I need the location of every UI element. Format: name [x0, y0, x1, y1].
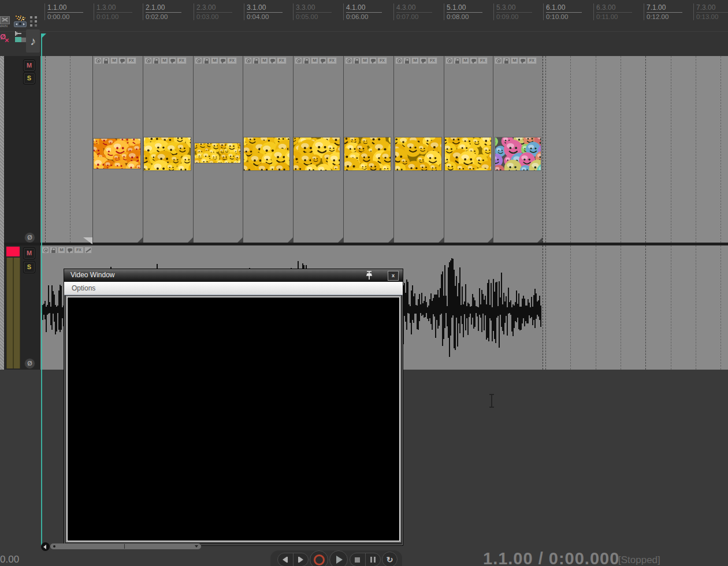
mute-icon[interactable]: M	[411, 57, 419, 64]
comment-icon[interactable]	[169, 57, 176, 64]
video-thumbnail[interactable]	[344, 137, 391, 170]
fx-icon[interactable]: FX	[478, 57, 488, 64]
audio-track-header[interactable]: M S Ø	[4, 245, 40, 370]
pan-crop-icon[interactable]	[195, 57, 202, 64]
pin-icon[interactable]	[366, 271, 373, 280]
video-thumbnail[interactable]	[195, 143, 240, 163]
fx-chain-icon[interactable]: MAIN	[0, 16, 10, 29]
dialog-title-bar[interactable]: Video Window x	[64, 269, 403, 282]
event-fade-handle[interactable]	[83, 237, 92, 244]
video-event[interactable]: MFX	[444, 56, 493, 243]
mute-icon[interactable]: M	[110, 57, 118, 64]
video-thumbnail[interactable]	[445, 137, 491, 170]
comment-icon[interactable]	[269, 57, 276, 64]
video-event[interactable]: MFX	[243, 56, 294, 243]
video-thumbnail[interactable]	[495, 137, 541, 170]
fx-icon[interactable]: FX	[177, 57, 187, 64]
event-grip[interactable]	[188, 237, 193, 243]
comment-icon[interactable]	[419, 57, 427, 64]
event-grip[interactable]	[338, 237, 343, 243]
video-event[interactable]: MFX	[92, 56, 143, 243]
dialog-menu-bar[interactable]: Options	[64, 282, 403, 295]
mute-icon[interactable]: M	[361, 57, 369, 64]
comment-icon[interactable]	[118, 57, 126, 64]
fx-icon[interactable]: FX	[377, 57, 387, 64]
fx-icon[interactable]: FX	[277, 57, 287, 64]
fx-icon[interactable]: FX	[127, 57, 136, 64]
lock-icon[interactable]	[102, 57, 110, 64]
cursor-flag[interactable]	[41, 33, 46, 39]
lock-icon[interactable]	[503, 57, 510, 64]
pan-crop-icon[interactable]	[445, 57, 453, 64]
audio-mute-button[interactable]: M	[23, 247, 35, 259]
lock-icon[interactable]	[153, 57, 160, 64]
event-grip[interactable]	[488, 237, 493, 243]
pan-crop-icon[interactable]	[395, 57, 403, 64]
mute-icon[interactable]: M	[261, 57, 268, 64]
pan-crop-icon[interactable]	[244, 57, 252, 64]
performer-icon[interactable]	[14, 15, 27, 28]
fx-icon[interactable]: FX	[428, 57, 437, 64]
pan-crop-icon[interactable]	[345, 57, 352, 64]
go-to-start-button[interactable]	[278, 553, 293, 566]
dock-grid-icon[interactable]	[30, 16, 38, 28]
comment-icon[interactable]	[319, 57, 326, 64]
stop-button[interactable]	[350, 553, 365, 566]
video-thumbnail[interactable]	[144, 137, 191, 170]
play-button[interactable]	[329, 550, 348, 566]
mute-icon[interactable]: M	[462, 57, 469, 64]
lock-icon[interactable]	[252, 57, 260, 64]
video-thumbnail[interactable]	[244, 137, 289, 170]
event-grip[interactable]	[439, 237, 444, 243]
loop-playback-button[interactable]: ↻	[382, 552, 398, 566]
pause-button[interactable]	[365, 553, 381, 566]
lock-icon[interactable]	[303, 57, 310, 64]
video-phase-button[interactable]: Ø	[24, 232, 35, 243]
audio-phase-button[interactable]: Ø	[24, 358, 35, 369]
event-grip[interactable]	[138, 237, 143, 243]
video-event[interactable]: MFX	[493, 56, 543, 243]
comment-icon[interactable]	[369, 57, 377, 64]
event-grip[interactable]	[388, 237, 393, 243]
video-event[interactable]: MFX	[393, 56, 444, 243]
comment-icon[interactable]	[219, 57, 226, 64]
pan-crop-icon[interactable]	[295, 57, 302, 64]
lock-icon[interactable]	[353, 57, 361, 64]
close-icon[interactable]: x	[388, 271, 399, 281]
video-mute-button[interactable]: M	[23, 59, 35, 72]
music-note-icon[interactable]: ♪	[26, 29, 40, 53]
video-track-header[interactable]: M S Ø	[4, 56, 40, 243]
track-list-edge-scrollbar[interactable]	[0, 56, 4, 370]
scroll-left-button[interactable]	[41, 542, 50, 551]
mute-icon[interactable]: M	[161, 57, 168, 64]
event-grip[interactable]	[537, 237, 543, 243]
fx-icon[interactable]: FX	[327, 57, 337, 64]
go-to-end-button[interactable]	[293, 553, 309, 566]
lock-icon[interactable]	[403, 57, 411, 64]
video-thumbnail[interactable]	[94, 139, 140, 169]
video-thumbnail[interactable]	[395, 137, 441, 170]
scrollbar-zoom-arrow[interactable]	[195, 545, 198, 548]
mute-icon[interactable]: M	[511, 57, 518, 64]
video-event[interactable]: MFX	[193, 56, 243, 243]
mute-icon[interactable]: M	[311, 57, 318, 64]
timeline-ruler[interactable]: 1.1.000:00.001.3.000:01.002.1.000:02.002…	[0, 0, 728, 57]
video-window-dialog[interactable]: Video Window x Options	[64, 269, 403, 546]
pan-crop-icon[interactable]	[144, 57, 152, 64]
video-event[interactable]: MFX	[293, 56, 344, 243]
lock-icon[interactable]	[454, 57, 461, 64]
comment-icon[interactable]	[470, 57, 477, 64]
event-grip[interactable]	[237, 237, 243, 243]
horizontal-scrollbar[interactable]	[50, 543, 201, 549]
video-track-lane[interactable]: MFXMFXMFXMFXMFXMFXMFXMFXMFX	[40, 56, 728, 243]
fx-icon[interactable]: FX	[227, 57, 237, 64]
video-event[interactable]: MFX	[343, 56, 394, 243]
playback-cursor-line[interactable]	[41, 34, 42, 546]
comment-icon[interactable]	[519, 57, 526, 64]
record-button[interactable]	[310, 550, 328, 566]
video-event[interactable]: MFX	[143, 56, 194, 243]
video-solo-button[interactable]: S	[23, 72, 35, 84]
pan-crop-icon[interactable]	[94, 57, 102, 64]
audio-solo-button[interactable]: S	[23, 261, 35, 273]
mute-icon[interactable]: M	[211, 57, 218, 64]
